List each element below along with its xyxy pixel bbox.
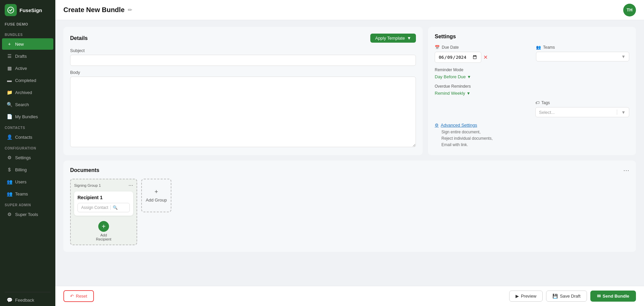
tags-label-row: 🏷 Tags [535, 100, 629, 105]
details-title: Details [70, 35, 88, 41]
due-date-col: 📅 Due Date ✕ [435, 45, 528, 63]
reminder-mode-chevron: ▼ [467, 75, 471, 79]
preview-icon: ▶ [516, 294, 519, 299]
edit-title-icon[interactable]: ✏ [128, 7, 132, 13]
users-icon: 👥 [7, 179, 12, 184]
tags-col: 🏷 Tags Select... ▼ [535, 100, 629, 117]
sidebar-item-billing[interactable]: $ Billing [2, 164, 53, 175]
sidebar-item-teams-label: Teams [15, 191, 28, 196]
documents-canvas: Signing Group 1 ⋯ Recipient 1 Assign Con… [70, 179, 629, 245]
sidebar-item-new[interactable]: + New [2, 38, 53, 50]
tag-icon: 🏷 [535, 100, 539, 105]
sidebar-item-contacts[interactable]: 👤 Contacts [2, 131, 53, 143]
sidebar-divider [5, 292, 51, 292]
sidebar-item-completed-label: Completed [15, 78, 36, 83]
advanced-settings-label: Advanced Settings [441, 123, 477, 128]
overdue-reminders-chevron: ▼ [467, 91, 471, 96]
my-bundles-icon: 📄 [7, 114, 12, 119]
due-date-label-row: 📅 Due Date [435, 45, 528, 50]
settings-card: Settings 📅 Due Date ✕ [428, 27, 636, 155]
send-bundle-button[interactable]: ✉ Send Bundle [590, 291, 636, 302]
subject-label: Subject [70, 48, 416, 53]
due-date-input[interactable] [435, 52, 481, 63]
sidebar-item-super-tools[interactable]: ⚙ Super Tools [2, 209, 53, 220]
send-bundle-label: Send Bundle [603, 294, 629, 299]
documents-more-button[interactable]: ⋯ [623, 167, 629, 173]
preview-button[interactable]: ▶ Preview [509, 291, 543, 302]
overdue-reminders-value: Remind Weekly [435, 91, 465, 96]
sidebar-item-active[interactable]: ▩ Active [2, 62, 53, 74]
sidebar-item-my-bundles[interactable]: 📄 My Bundles [2, 111, 53, 122]
body-field: Body [70, 70, 416, 148]
tags-select-right: ▼ [614, 110, 626, 115]
sidebar-item-new-label: New [15, 42, 24, 47]
details-header: Details Apply Template ▼ [70, 34, 416, 43]
reminder-mode-value: Day Before Due [435, 74, 466, 79]
gear-icon: ⚙ [435, 123, 439, 128]
documents-card: Documents ⋯ Signing Group 1 ⋯ Recipient … [63, 161, 636, 252]
sidebar-item-drafts[interactable]: ☰ Drafts [2, 50, 53, 62]
apply-template-chevron: ▼ [407, 36, 411, 41]
reminder-mode-dropdown[interactable]: Day Before Due ▼ [435, 74, 629, 79]
documents-title: Documents [70, 167, 99, 173]
sidebar-org: FUSE DEMO [0, 20, 55, 30]
apply-template-button[interactable]: Apply Template ▼ [370, 34, 416, 43]
main-area: Create New Bundle ✏ TH Details Apply Tem… [55, 0, 644, 306]
teams-icon: 👥 [536, 45, 541, 50]
body-input[interactable] [70, 77, 416, 147]
date-input-row: ✕ [435, 52, 528, 63]
sidebar-item-settings-label: Settings [15, 155, 31, 160]
add-group-box[interactable]: + Add Group [141, 179, 171, 212]
subject-input[interactable] [70, 55, 416, 66]
bottom-bar: ↶ Reset ▶ Preview 💾 Save Draft ✉ Send Bu… [55, 286, 644, 306]
contacts-icon: 👤 [7, 134, 12, 140]
top-row: Details Apply Template ▼ Subject Body [63, 27, 636, 155]
tags-select[interactable]: Select... ▼ [535, 107, 629, 117]
sidebar-item-settings[interactable]: ⚙ Settings [2, 152, 53, 163]
sidebar-item-teams[interactable]: 👥 Teams [2, 188, 53, 200]
add-group-plus-icon: + [155, 188, 158, 195]
assign-contact-field[interactable]: Assign Contact 🔍 [77, 203, 130, 212]
sidebar-item-completed[interactable]: ▬ Completed [2, 75, 53, 86]
teams-chevron: ▼ [621, 54, 626, 59]
sidebar: FuseSign FUSE DEMO BUNDLES + New ☰ Draft… [0, 0, 55, 306]
sidebar-item-feedback[interactable]: 💬 Feedback [2, 294, 53, 306]
tags-row: 🏷 Tags Select... ▼ [435, 100, 629, 117]
active-icon: ▩ [7, 65, 12, 71]
sidebar-item-billing-label: Billing [15, 167, 27, 172]
reset-button[interactable]: ↶ Reset [63, 290, 94, 302]
advanced-desc-2: Reject individual documents, [441, 135, 629, 142]
apply-template-label: Apply Template [375, 36, 405, 41]
tags-label: Tags [541, 100, 550, 105]
avatar[interactable]: TH [623, 4, 636, 16]
add-recipient-button[interactable]: + [98, 221, 109, 232]
overdue-reminders-label-row: Overdue Reminders [435, 84, 629, 89]
signing-group-more-button[interactable]: ⋯ [128, 183, 133, 188]
teams-select[interactable]: ▼ [536, 52, 629, 61]
sidebar-item-search[interactable]: 🔍 Search [2, 99, 53, 110]
sidebar-item-users[interactable]: 👥 Users [2, 176, 53, 187]
sidebar-item-drafts-label: Drafts [15, 54, 27, 59]
billing-icon: $ [7, 167, 12, 172]
sidebar-logo[interactable]: FuseSign [0, 0, 55, 20]
reset-icon: ↶ [70, 294, 74, 299]
sidebar-item-my-bundles-label: My Bundles [15, 114, 38, 119]
search-contact-icon[interactable]: 🔍 [113, 205, 118, 210]
sidebar-item-archived-label: Archived [15, 90, 32, 95]
sidebar-item-contacts-label: Contacts [15, 135, 32, 140]
sidebar-item-active-label: Active [15, 66, 27, 71]
overdue-reminders-dropdown[interactable]: Remind Weekly ▼ [435, 91, 629, 96]
feedback-icon: 💬 [7, 297, 12, 303]
advanced-settings-link[interactable]: ⚙ Advanced Settings [435, 123, 629, 128]
sidebar-item-archived[interactable]: 📁 Archived [2, 87, 53, 98]
sidebar-item-users-label: Users [15, 179, 26, 184]
page-title-row: Create New Bundle ✏ [63, 6, 132, 14]
preview-label: Preview [521, 294, 536, 299]
clear-date-button[interactable]: ✕ [483, 55, 488, 60]
content: Details Apply Template ▼ Subject Body [55, 20, 644, 286]
assign-contact-divider [110, 205, 111, 210]
add-recipient-label: AddRecipient [96, 233, 111, 241]
settings-header: Settings [435, 34, 629, 40]
sidebar-config-label: CONFIGURATION [0, 143, 55, 151]
save-draft-button[interactable]: 💾 Save Draft [546, 291, 587, 302]
